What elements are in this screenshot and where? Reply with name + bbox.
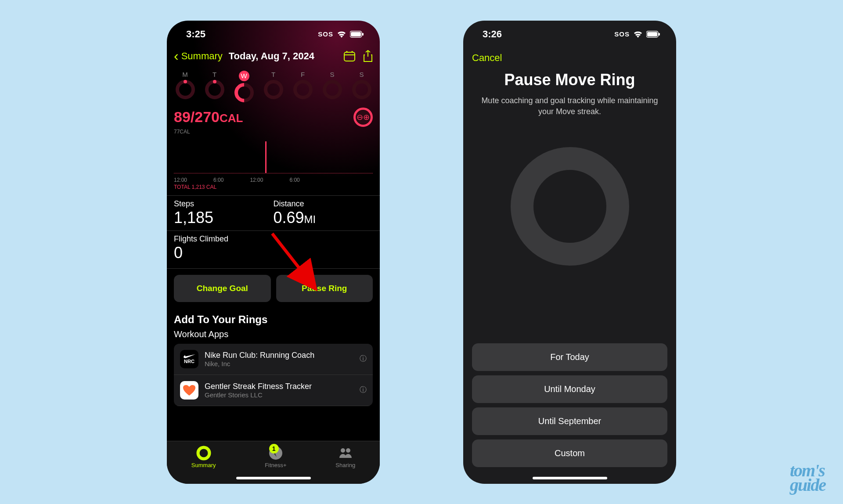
app-item-nike[interactable]: NRC Nike Run Club: Running Coach Nike, I… <box>174 344 373 375</box>
home-indicator[interactable] <box>533 477 607 479</box>
app-item-gentler[interactable]: Gentler Streak Fitness Tracker Gentler S… <box>174 375 373 406</box>
share-icon[interactable] <box>363 50 373 62</box>
battery-icon <box>646 31 660 38</box>
day-sat[interactable]: S <box>320 71 345 102</box>
summary-ring-icon <box>196 446 211 461</box>
cancel-button[interactable]: Cancel <box>463 44 676 68</box>
app-info: Nike Run Club: Running Coach Nike, Inc <box>205 351 353 367</box>
tab-summary[interactable]: Summary <box>191 446 216 484</box>
option-until-monday[interactable]: Until Monday <box>472 375 667 403</box>
paused-ring-icon <box>511 147 629 266</box>
change-goal-button[interactable]: Change Goal <box>174 275 271 302</box>
flights-stat: Flights Climbed 0 <box>167 231 380 269</box>
chart-y-label: 77CAL <box>167 129 380 135</box>
svg-point-5 <box>346 51 348 52</box>
pause-ring-button[interactable]: Pause Ring <box>276 275 373 302</box>
status-bar: 3:25 SOS <box>167 21 380 44</box>
svg-rect-3 <box>344 52 355 61</box>
svg-rect-2 <box>362 33 364 36</box>
nav-date: Today, Aug 7, 2024 <box>229 50 314 62</box>
day-thu[interactable]: T <box>261 71 286 102</box>
chart-bar <box>265 141 267 173</box>
svg-point-6 <box>352 51 353 52</box>
status-icons: SOS <box>614 30 660 38</box>
option-custom[interactable]: Custom <box>472 439 667 467</box>
info-icon[interactable]: ⓘ <box>360 385 367 395</box>
week-days-row: M T W T F S S <box>167 68 380 102</box>
steps-stat: Steps 1,185 <box>174 199 274 227</box>
svg-point-9 <box>198 447 209 459</box>
add-rings-title: Add To Your Rings <box>167 308 380 329</box>
day-wed[interactable]: W <box>232 71 256 102</box>
pause-title: Pause Move Ring <box>463 68 676 92</box>
battery-icon <box>350 31 364 38</box>
fitness-summary-screen: 3:25 SOS ‹ Summary Today, Aug 7, 2024 M … <box>167 21 380 484</box>
stats-row: Steps 1,185 Distance 0.69MI <box>167 195 380 231</box>
sos-indicator: SOS <box>614 30 630 38</box>
workout-apps-list: NRC Nike Run Club: Running Coach Nike, I… <box>174 344 373 406</box>
add-ring-icon[interactable]: ⊖⊕ <box>353 108 373 127</box>
action-buttons-row: Change Goal Pause Ring <box>167 269 380 308</box>
day-tue[interactable]: T <box>202 71 227 102</box>
status-bar: 3:26 SOS <box>463 21 676 44</box>
svg-point-12 <box>346 448 350 453</box>
nav-bar: ‹ Summary Today, Aug 7, 2024 <box>167 44 380 68</box>
sharing-icon <box>338 446 353 461</box>
back-chevron-icon: ‹ <box>174 48 179 64</box>
status-icons: SOS <box>318 30 364 38</box>
day-sun[interactable]: S <box>349 71 374 102</box>
gentler-app-icon <box>180 381 198 400</box>
workout-apps-subtitle: Workout Apps <box>167 329 380 344</box>
pause-description: Mute coaching and goal tracking while ma… <box>463 92 676 121</box>
svg-point-11 <box>341 448 345 453</box>
status-time: 3:26 <box>483 29 502 40</box>
sos-indicator: SOS <box>318 30 333 38</box>
chart-x-labels: 12:00 6:00 12:00 6:00 <box>167 177 380 183</box>
pause-options-list: For Today Until Monday Until September C… <box>472 343 667 472</box>
back-label: Summary <box>181 50 223 62</box>
move-chart <box>174 138 373 173</box>
svg-rect-1 <box>351 32 361 36</box>
wifi-icon <box>337 31 346 38</box>
svg-rect-15 <box>659 33 660 36</box>
calendar-icon[interactable] <box>344 51 355 61</box>
option-until-september[interactable]: Until September <box>472 407 667 435</box>
distance-stat: Distance 0.69MI <box>274 199 373 227</box>
wifi-icon <box>633 31 643 38</box>
watermark: tom's guide <box>790 464 825 493</box>
day-mon[interactable]: M <box>173 71 198 102</box>
move-metric-header: 89/270CAL ⊖⊕ <box>167 102 380 129</box>
nike-app-icon: NRC <box>180 350 198 368</box>
status-time: 3:25 <box>186 29 205 40</box>
home-indicator[interactable] <box>236 477 311 479</box>
back-button[interactable]: ‹ Summary Today, Aug 7, 2024 <box>174 48 314 64</box>
option-for-today[interactable]: For Today <box>472 343 667 371</box>
svg-rect-14 <box>647 32 657 36</box>
tab-sharing[interactable]: Sharing <box>335 446 355 484</box>
pause-ring-screen: 3:26 SOS Cancel Pause Move Ring Mute coa… <box>463 21 676 484</box>
info-icon[interactable]: ⓘ <box>360 354 367 364</box>
badge-count: 1 <box>269 444 279 454</box>
move-value: 89/270CAL <box>174 108 243 126</box>
app-info: Gentler Streak Fitness Tracker Gentler S… <box>205 382 353 399</box>
chart-total: TOTAL 1,213 CAL <box>167 183 380 195</box>
day-fri[interactable]: F <box>291 71 315 102</box>
